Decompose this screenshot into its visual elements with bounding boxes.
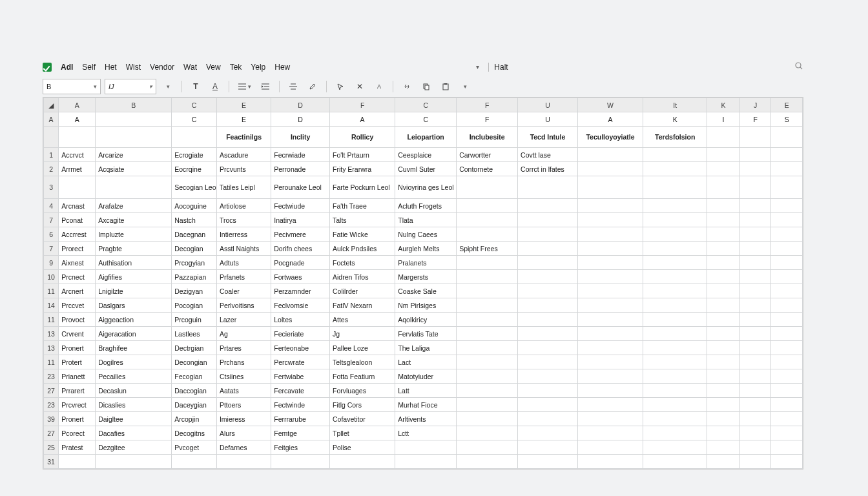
cell[interactable] — [577, 199, 643, 213]
cell[interactable]: K — [643, 112, 707, 127]
cell[interactable]: Fectwinde — [271, 398, 330, 412]
cell[interactable]: Nastch — [172, 213, 217, 227]
cell[interactable] — [577, 298, 643, 313]
row-header[interactable]: 11 — [44, 313, 59, 327]
cell[interactable]: Prrarert — [59, 384, 96, 398]
cell[interactable]: Daceygian — [172, 398, 217, 412]
cell[interactable]: C — [172, 112, 217, 127]
cell[interactable] — [643, 440, 707, 455]
cell[interactable]: Lact — [395, 355, 457, 369]
cell[interactable] — [707, 412, 740, 426]
cell[interactable]: Fecrwiade — [271, 148, 330, 162]
row-header[interactable]: 11 — [44, 355, 59, 369]
cell[interactable]: A — [329, 112, 395, 127]
cell[interactable] — [771, 313, 803, 327]
cell[interactable]: Secogian Leol — [172, 176, 217, 199]
cell[interactable]: Prfanets — [216, 270, 271, 284]
cell[interactable] — [643, 341, 707, 355]
cell[interactable] — [577, 284, 643, 298]
cell[interactable] — [707, 384, 740, 398]
cell[interactable]: Foctets — [329, 256, 395, 270]
cell[interactable]: Fo'lt Prtaurn — [329, 148, 395, 162]
cell[interactable] — [771, 176, 803, 199]
cell[interactable] — [518, 270, 578, 284]
row-header[interactable]: 14 — [44, 298, 59, 313]
cell[interactable]: Nulng Caees — [395, 227, 457, 242]
cell[interactable] — [395, 440, 457, 455]
cell[interactable] — [739, 162, 771, 176]
col-header[interactable]: F — [329, 98, 395, 112]
cell[interactable]: Fatie Wicke — [329, 227, 395, 242]
cell[interactable] — [771, 327, 803, 341]
cell[interactable]: Pocgnade — [271, 256, 330, 270]
cell[interactable] — [59, 455, 96, 469]
cell[interactable]: Prcvrect — [59, 398, 96, 412]
cell[interactable] — [457, 341, 518, 355]
row-header[interactable]: 7 — [44, 213, 59, 227]
cell[interactable] — [643, 213, 707, 227]
menu-item[interactable]: Wist — [126, 63, 141, 72]
cell[interactable]: Arcopjin — [172, 412, 217, 426]
cell[interactable] — [643, 327, 707, 341]
cell[interactable]: Aurgleh Melts — [395, 242, 457, 256]
cell[interactable] — [518, 298, 578, 313]
cell[interactable]: Corrct in lfates — [518, 162, 578, 176]
cell[interactable]: Asstl Naights — [216, 242, 271, 256]
cell[interactable]: Axcagite — [96, 213, 172, 227]
cell[interactable]: Feclvomsie — [271, 298, 330, 313]
cell[interactable]: Prcnect — [59, 270, 96, 284]
row-header[interactable]: 23 — [44, 398, 59, 412]
cell[interactable] — [216, 455, 271, 469]
cell[interactable] — [707, 213, 740, 227]
cell[interactable] — [643, 369, 707, 384]
row-header[interactable]: 13 — [44, 327, 59, 341]
cell[interactable] — [172, 455, 217, 469]
cell[interactable] — [643, 176, 707, 199]
cell[interactable] — [771, 162, 803, 176]
cell[interactable]: Impluzte — [96, 227, 172, 242]
cell[interactable]: Pronert — [59, 341, 96, 355]
col-header[interactable]: It — [643, 98, 707, 112]
cell[interactable] — [395, 455, 457, 469]
col-header[interactable]: C — [395, 98, 457, 112]
cell[interactable] — [739, 355, 771, 369]
cell[interactable]: Authisation — [96, 256, 172, 270]
cell[interactable] — [707, 284, 740, 298]
cell[interactable]: Ascadure — [216, 148, 271, 162]
cell[interactable] — [271, 455, 330, 469]
menu-item[interactable]: Self — [82, 63, 96, 72]
cell[interactable]: F — [457, 112, 518, 127]
cell[interactable] — [771, 284, 803, 298]
cell[interactable] — [518, 412, 578, 426]
cell[interactable]: Acluth Frogets — [395, 199, 457, 213]
cell[interactable]: Frity Erarwra — [329, 162, 395, 176]
cell[interactable] — [643, 199, 707, 213]
col-header[interactable]: F — [457, 98, 518, 112]
cell[interactable] — [457, 412, 518, 426]
row-header[interactable]: 27 — [44, 426, 59, 440]
bold-button[interactable]: T — [188, 79, 203, 94]
cell[interactable] — [643, 298, 707, 313]
cell[interactable]: Ctsiines — [216, 369, 271, 384]
row-header[interactable] — [44, 127, 59, 148]
cell[interactable] — [518, 398, 578, 412]
dropdown-caret-icon[interactable]: ▾ — [476, 63, 479, 70]
cell[interactable]: E — [216, 112, 271, 127]
cell[interactable] — [739, 176, 771, 199]
cell[interactable]: Arcarize — [96, 148, 172, 162]
cell[interactable]: Aatats — [216, 384, 271, 398]
cell[interactable]: Lctt — [395, 426, 457, 440]
cell[interactable]: Intierress — [216, 227, 271, 242]
cell[interactable] — [457, 384, 518, 398]
halt-label[interactable]: Halt — [488, 63, 508, 72]
cell[interactable]: S — [771, 112, 803, 127]
cell[interactable] — [739, 213, 771, 227]
row-header[interactable]: A — [44, 112, 59, 127]
cell[interactable]: Fa'th Traee — [329, 199, 395, 213]
cell[interactable] — [577, 270, 643, 284]
cell[interactable] — [457, 327, 518, 341]
cell[interactable] — [518, 176, 578, 199]
cell[interactable] — [457, 298, 518, 313]
cell[interactable]: Prorect — [59, 242, 96, 256]
cell[interactable] — [518, 284, 578, 298]
